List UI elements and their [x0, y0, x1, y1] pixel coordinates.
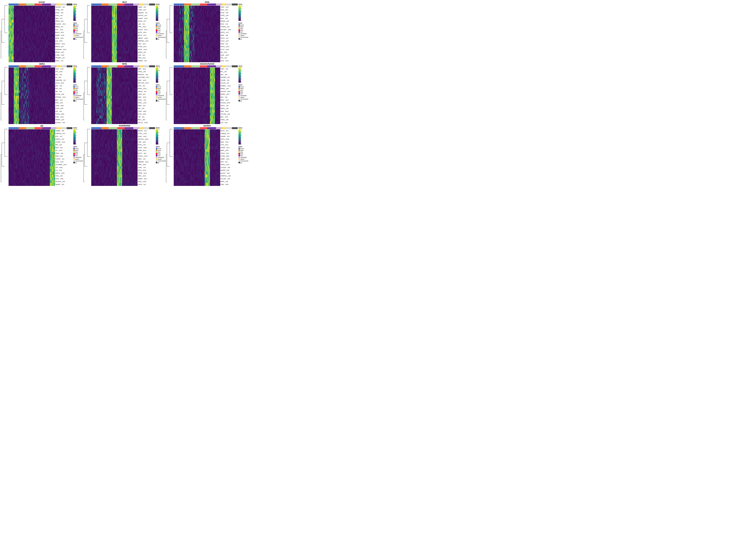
dendrogram-alpha — [1, 65, 8, 124]
colorscale-tick: 6 — [241, 70, 242, 71]
colorscale-tick: 3 — [158, 135, 159, 136]
gene-label: TMSB10__chr2 — [138, 60, 155, 61]
legend-label-duct: duct — [158, 155, 160, 156]
legend-label-acinar: acinar — [75, 148, 79, 149]
gene-label: TACSTD2__chr1 — [55, 6, 73, 8]
gene-label: AFF3__chr2 — [221, 161, 238, 163]
colorscale-tick: 6 — [76, 73, 77, 74]
panel-title-alpha: alpha — [1, 62, 83, 65]
bar-segment-acinar — [8, 65, 19, 67]
legend-label-acinar: acinar — [158, 148, 161, 149]
legend-label-pp: pp — [240, 100, 242, 102]
panel-pp: ppTUBB2A__chr6CAMK2N1__chr1ETV1__chr7THS… — [1, 125, 83, 186]
dendrogram-delta — [83, 65, 91, 124]
bar-segment-pp — [149, 127, 155, 129]
gene-label: ELTD1__chr1 — [138, 144, 155, 145]
legend-color-alpha — [156, 88, 157, 89]
colorscale-tick: 10 — [76, 67, 77, 68]
gene-label: GAD2__chr10 — [138, 80, 155, 81]
bar-segment-mesenchymal — [144, 127, 149, 129]
legend-label-delta: delta — [158, 30, 160, 31]
legend-item-mesenchymal: mesenchymal — [156, 160, 165, 162]
legend-color-alpha — [238, 26, 240, 27]
legend-color-endothelial — [238, 157, 240, 158]
legend-color-mesenchymal — [73, 98, 75, 100]
labels-legend-delta: labelsacinaralphabetadeltaductendothelia… — [156, 83, 165, 102]
panel-title-acinar: acinar — [1, 1, 83, 3]
labels-legend-mesenchymal: labelsacinaralphabetadeltaductendothelia… — [238, 83, 248, 102]
gene-label: KIAA1522__chr1 — [138, 12, 155, 14]
colorscale-tick: 4 — [241, 14, 242, 15]
heatmap-canvas-alpha — [8, 68, 55, 124]
legend-item-epsilon: epsilon — [156, 158, 165, 160]
colorscale-tick: 0 — [241, 143, 242, 144]
gene-label: CELF3__chr1 — [221, 130, 238, 131]
legend-color-beta — [73, 89, 75, 91]
legend-item-alpha: alpha — [73, 26, 83, 27]
colorscale-tick: 8 — [241, 67, 242, 68]
gene-label: TMEM176B__chr7 — [55, 80, 73, 81]
gene-label: CHGB__chr20 — [55, 105, 73, 106]
colorscale-tick: 2 — [241, 17, 242, 18]
panel-beta: betaTIMP2__chr17PAX6__chr11SCGN__chr6TPD… — [166, 1, 248, 62]
panel-duct: ductVAMP8__chr2CLDN1__chr3KIAA1522__chr1… — [83, 1, 166, 62]
legend-item-endothelial: endothelial — [238, 95, 248, 96]
legend-color-acinar — [73, 24, 75, 26]
legend-item-mesenchymal: mesenchymal — [156, 98, 165, 100]
legend-color-endothelial — [238, 33, 240, 34]
legend-color-duct — [156, 155, 157, 156]
legend-color-acinar — [156, 148, 157, 149]
bar-segment-endothelial — [216, 3, 222, 5]
panel-title-pp: pp — [1, 125, 83, 127]
gene-label: ANPEP__chr15 — [55, 35, 73, 36]
legend-item-mesenchymal: mesenchymal — [73, 36, 83, 38]
legend-item-alpha: alpha — [238, 88, 248, 89]
gene-label: GCG__chr2 — [55, 74, 73, 75]
colorscale-tick: 0 — [76, 81, 77, 83]
bar-segment-mesenchymal — [61, 127, 67, 129]
dendrogram-duct — [83, 3, 91, 62]
right-section-mesenchymal: labels865320labelsacinaralphabetadeltadu… — [238, 65, 248, 124]
legend-color-beta — [156, 151, 157, 153]
legend-color-pp — [156, 38, 157, 40]
color-bar-pp — [8, 127, 73, 129]
gene-label: PRSS3__chr9 — [55, 20, 73, 22]
colorscale-title-delta: labels — [156, 65, 165, 67]
panel-endothelial: endothelialWWTR1__chr3CYYR1__chr21PLVAP_… — [83, 125, 166, 186]
bar-segment-acinar — [174, 65, 184, 67]
gene-label: GNAS__chr20 — [221, 54, 238, 56]
legend-item-duct: duct — [156, 93, 165, 95]
colorscale-title-mesenchymal: labels — [238, 65, 248, 67]
bar-segment-epsilon — [56, 3, 61, 5]
bar-segment-delta — [200, 65, 207, 67]
gene-label: CREB3L1__chr11 — [221, 85, 238, 86]
legend-label-beta: beta — [240, 28, 243, 29]
gene-label: FAP__chr2 — [55, 88, 73, 89]
legend-item-pp: pp — [238, 100, 248, 102]
legend-color-pp — [156, 162, 157, 163]
legend-color-mesenchymal — [156, 36, 157, 38]
bar-segment-mesenchymal — [226, 127, 232, 129]
gene-label: ANXA13__chr8 — [221, 169, 238, 171]
dendrogram-beta — [166, 3, 174, 62]
bar-segment-epsilon — [222, 3, 226, 5]
legend-label-acinar: acinar — [75, 86, 79, 87]
gene-label: BGN__chrX — [221, 74, 238, 75]
gene-label: SCG5__chr15 — [55, 178, 73, 180]
gene-label: GSTA2__chr6 — [55, 9, 73, 10]
gene-label: SCG5__chr15 — [55, 108, 73, 109]
legend-color-endothelial — [156, 95, 157, 96]
bar-segment-acinar — [174, 127, 184, 129]
colorscale-tick: 6 — [76, 135, 77, 136]
legend-item-alpha: alpha — [156, 88, 165, 89]
gene-labels-pp: TUBB2A__chr6CAMK2N1__chr1ETV1__chr7THSD7… — [55, 129, 73, 186]
legend-color-delta — [73, 91, 75, 93]
legend-label-duct: duct — [75, 93, 78, 95]
color-bar-mesenchymal — [174, 65, 238, 67]
bar-segment-mesenchymal — [226, 65, 232, 67]
gene-label: TTR__chr18 — [55, 71, 73, 72]
legend-color-pp — [73, 162, 75, 163]
panel-title-endothelial: endothelial — [83, 125, 166, 127]
right-section-acinar: labels1086420labelsacinaralphabetadeltad… — [73, 3, 83, 62]
gene-label: LOXL4__chr10 — [55, 82, 73, 84]
